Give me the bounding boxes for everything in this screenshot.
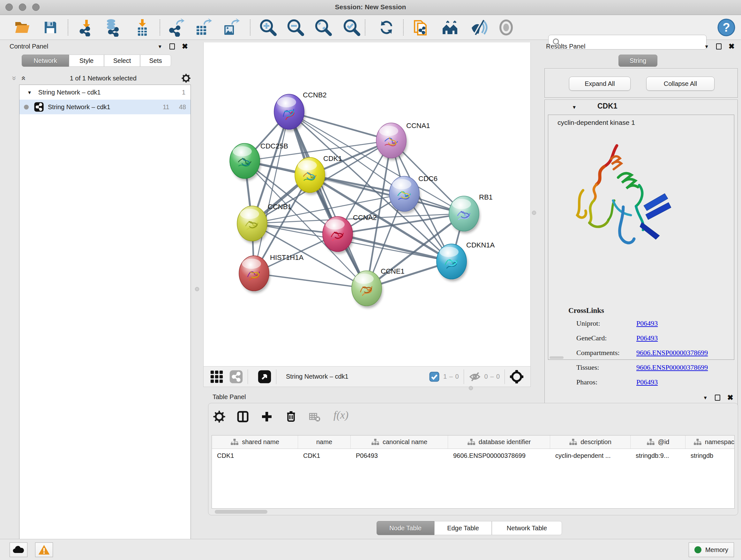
- tab-network-table[interactable]: Network Table: [492, 521, 562, 535]
- network-node-CCNA1[interactable]: CCNA1: [376, 122, 430, 160]
- section-collapse-icon[interactable]: ▼: [572, 105, 577, 110]
- expand-all-icon[interactable]: »: [18, 76, 27, 80]
- table-cell[interactable]: P06493: [351, 449, 448, 462]
- bottom-splitter-handle[interactable]: [469, 386, 473, 390]
- crosslink-link[interactable]: P06493: [636, 319, 658, 327]
- function-builder-icon[interactable]: f(x): [333, 409, 348, 421]
- import-network-file-button[interactable]: [76, 17, 97, 37]
- delete-column-trash-icon[interactable]: [284, 410, 298, 423]
- zoom-out-button[interactable]: [285, 17, 306, 37]
- table-cell[interactable]: CDK1: [212, 449, 298, 462]
- network-graph[interactable]: CCNB2CCNA1CDC25BCDK1CDC6RB1CCNB1CCNA2CDK…: [204, 43, 530, 366]
- tab-node-table[interactable]: Node Table: [377, 521, 434, 535]
- panel-float-icon[interactable]: [715, 395, 720, 401]
- network-collection-row[interactable]: ▼ String Network – cdk1 1: [19, 85, 191, 100]
- tree-expand-icon[interactable]: ▼: [27, 90, 32, 95]
- network-row-selected[interactable]: String Network – cdk1 11 48: [19, 100, 191, 114]
- birds-eye-crosshair-icon[interactable]: [509, 369, 524, 384]
- grid-view-icon[interactable]: [209, 369, 224, 384]
- zoom-selected-button[interactable]: [341, 17, 362, 37]
- network-node-HIST1H1A[interactable]: HIST1H1A: [239, 253, 304, 293]
- network-node-CDC25B[interactable]: CDC25B: [230, 142, 288, 181]
- panel-close-icon[interactable]: ✖: [182, 44, 188, 50]
- table-row[interactable]: CDK1CDK1P064939606.ENSP00000378699cyclin…: [212, 449, 734, 462]
- help-button[interactable]: ?: [716, 17, 737, 37]
- zoom-in-button[interactable]: [258, 17, 278, 37]
- table-options-gear-icon[interactable]: [213, 410, 226, 423]
- panel-close-icon[interactable]: ✖: [727, 395, 733, 401]
- network-node-CCNA2[interactable]: CCNA2: [323, 213, 377, 254]
- column-header-name[interactable]: name: [298, 435, 351, 449]
- panel-menu-icon[interactable]: ▼: [704, 44, 709, 49]
- clone-network-button[interactable]: [412, 17, 432, 37]
- table-cell[interactable]: stringdb:9...: [630, 449, 685, 462]
- cloud-status-button[interactable]: [10, 543, 27, 557]
- string-view-icon[interactable]: [229, 370, 243, 384]
- detach-view-icon[interactable]: [258, 370, 272, 384]
- tab-style[interactable]: Style: [69, 55, 104, 67]
- tab-network[interactable]: Network: [22, 55, 69, 67]
- export-network-button[interactable]: [166, 17, 187, 37]
- enhanced-graphics-toggle-button[interactable]: [468, 17, 488, 37]
- save-session-button[interactable]: [40, 17, 61, 37]
- network-node-RB1[interactable]: RB1: [449, 193, 493, 233]
- column-header-shared-name[interactable]: shared name: [212, 435, 298, 449]
- expand-all-button[interactable]: Expand All: [569, 77, 630, 91]
- control-panel: Control Panel ▼ ✖ Network Style Select S…: [3, 41, 191, 537]
- memory-button[interactable]: Memory: [689, 543, 734, 557]
- collapse-all-button[interactable]: Collapse All: [646, 77, 715, 91]
- toolbar-separator: [159, 19, 160, 36]
- tab-select[interactable]: Select: [104, 55, 140, 67]
- hidden-counts: 0 – 0: [484, 373, 500, 380]
- tree-column-icon: [693, 439, 702, 446]
- column-header-database-identifier[interactable]: database identifier: [448, 435, 550, 449]
- panel-close-icon[interactable]: ✖: [729, 44, 735, 50]
- import-network-database-button[interactable]: [103, 17, 124, 37]
- panel-float-icon[interactable]: [716, 44, 722, 50]
- show-columns-icon[interactable]: [237, 410, 249, 423]
- hidden-eye-icon[interactable]: [468, 371, 481, 382]
- crosslink-link[interactable]: P06493: [636, 334, 658, 342]
- left-splitter-handle[interactable]: [195, 287, 199, 291]
- network-options-gear-icon[interactable]: [181, 73, 191, 83]
- open-session-button[interactable]: [12, 17, 32, 37]
- column-header-canonical-name[interactable]: canonical name: [351, 435, 448, 449]
- table-cell[interactable]: cyclin-dependent ...: [550, 449, 630, 462]
- table-cell[interactable]: stringdb: [685, 449, 735, 462]
- column-header-description[interactable]: description: [550, 435, 630, 449]
- panel-float-icon[interactable]: [170, 44, 175, 50]
- network-node-CCNE1[interactable]: CCNE1: [352, 267, 405, 308]
- selected-checkbox-icon[interactable]: [429, 372, 440, 382]
- crosslink-link[interactable]: 9606.ENSP00000378699: [636, 349, 708, 357]
- panel-menu-icon[interactable]: ▼: [158, 44, 162, 49]
- delete-table-icon[interactable]: [309, 411, 321, 423]
- column-header--id[interactable]: @id: [630, 435, 685, 449]
- export-table-button[interactable]: [193, 17, 213, 37]
- tab-string[interactable]: String: [618, 55, 657, 67]
- horizontal-scrollbar[interactable]: [549, 356, 563, 359]
- right-splitter-handle[interactable]: [532, 211, 536, 215]
- table-cell[interactable]: 9606.ENSP00000378699: [448, 449, 550, 462]
- warnings-button[interactable]: [35, 543, 53, 557]
- crosslink-link[interactable]: P06493: [636, 378, 658, 386]
- network-node-CDKN1A[interactable]: CDKN1A: [436, 241, 495, 281]
- collapse-all-icon[interactable]: »: [10, 76, 19, 80]
- zoom-fit-button[interactable]: [313, 17, 333, 37]
- tab-sets[interactable]: Sets: [140, 55, 171, 67]
- import-table-file-button[interactable]: [132, 17, 152, 37]
- refresh-layout-button[interactable]: [376, 17, 397, 37]
- network-node-CCNB2[interactable]: CCNB2: [274, 91, 327, 132]
- tab-edge-table[interactable]: Edge Table: [434, 521, 492, 535]
- network-edge-count: 48: [179, 104, 186, 111]
- table-cell[interactable]: CDK1: [298, 449, 351, 462]
- network-view-canvas[interactable]: CCNB2CCNA1CDC25BCDK1CDC6RB1CCNB1CCNA2CDK…: [203, 43, 531, 366]
- network-list-header: » » 1 of 1 Network selected: [12, 73, 191, 84]
- column-header-namespace[interactable]: namespace: [685, 435, 735, 449]
- add-column-icon[interactable]: [260, 410, 273, 423]
- table-horizontal-scrollbar[interactable]: [215, 510, 267, 514]
- hide-panel-eye-button[interactable]: [496, 17, 516, 37]
- panel-menu-icon[interactable]: ▼: [703, 395, 708, 400]
- export-image-button[interactable]: [221, 17, 241, 37]
- crosslink-link[interactable]: 9606.ENSP00000378699: [636, 363, 708, 372]
- home-stringify-button[interactable]: [440, 17, 461, 37]
